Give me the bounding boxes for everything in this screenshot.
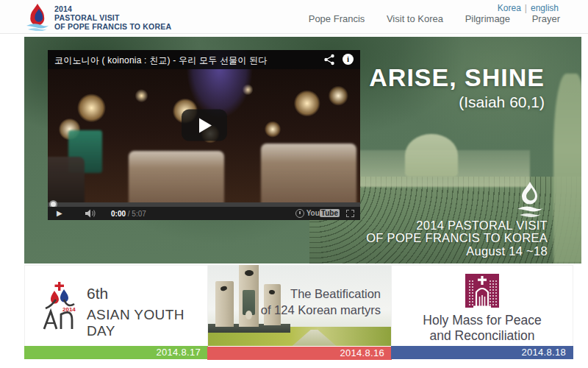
video-dark-object — [48, 157, 85, 202]
site-title-line3: OF POPE FRANCIS TO KOREA — [54, 22, 171, 31]
monument-pillar-center — [239, 265, 259, 327]
holy-mass-church-icon — [465, 274, 499, 308]
site-title-year: 2014 — [54, 4, 171, 13]
hero-statue-image — [553, 74, 581, 263]
page: 2014 PASTORAL VISIT OF POPE FRANCIS TO K… — [0, 0, 588, 368]
fullscreen-icon[interactable] — [346, 210, 354, 217]
panel1-line1: 6th — [87, 285, 207, 302]
video-play-overlay-button[interactable] — [182, 109, 227, 141]
lang-separator: | — [525, 3, 527, 13]
hero-banner: 코이노니아 ( koinonia : 친교) - 우리 모두 선물이 된다 i … — [24, 37, 581, 263]
panel2-line1: The Beatification — [261, 286, 381, 302]
youtube-player: 코이노니아 ( koinonia : 친교) - 우리 모두 선물이 된다 i … — [48, 50, 360, 220]
youtube-logo-you: You — [306, 209, 320, 217]
panel-holy-mass[interactable]: Holy Mass for Peace and Reconciliation 2… — [391, 265, 573, 359]
video-time-display: 0:00 / 5:07 — [111, 210, 146, 218]
share-icon[interactable] — [323, 54, 335, 66]
hero-subheadline-text: (Isaiah 60,1) — [369, 93, 545, 111]
panel2-date-bar[interactable]: 2014.8.16 — [207, 347, 392, 360]
site-header: 2014 PASTORAL VISIT OF POPE FRANCIS TO K… — [0, 0, 588, 34]
panel-title: Holy Mass for Peace and Reconciliation — [392, 313, 573, 344]
video-duration: 5:07 — [132, 210, 146, 218]
site-title[interactable]: 2014 PASTORAL VISIT OF POPE FRANCIS TO K… — [54, 4, 171, 31]
site-title-line2: PASTORAL VISIT — [54, 13, 171, 22]
svg-text:2014: 2014 — [62, 306, 76, 313]
video-current-time: 0:00 — [111, 210, 126, 218]
lang-korea-link[interactable]: Korea — [498, 3, 521, 13]
panel-beatification[interactable]: The Beatification of 124 Korean martyrs … — [208, 265, 391, 359]
panel3-line2: and Reconciliation — [392, 328, 573, 344]
language-switcher: Korea|english — [498, 3, 559, 13]
nav-pope-francis[interactable]: Pope Francis — [309, 13, 365, 24]
panel-asian-youth-day[interactable]: 2014 6th ASIAN YOUTH DAY 2014.8.17 — [24, 265, 208, 359]
hero-caption-line2: OF POPE FRANCIS TO KOREA — [366, 232, 548, 245]
hero-headline: ARISE, SHINE (Isaiah 60,1) — [369, 63, 545, 111]
panel1-line2: ASIAN YOUTH DAY — [87, 307, 207, 339]
panel-title: 6th ASIAN YOUTH DAY — [87, 285, 207, 339]
panel3-date-bar[interactable]: 2014.8.18 — [391, 346, 573, 359]
hero-caption: 2014 PASTORAL VISIT OF POPE FRANCIS TO K… — [366, 219, 548, 258]
video-title-link[interactable]: 코이노니아 ( koinonia : 친교) - 우리 모두 선물이 된다 — [54, 54, 267, 67]
panel1-date-bar[interactable]: 2014.8.17 — [24, 346, 208, 359]
watch-later-icon[interactable] — [295, 209, 304, 218]
nav-pilgrimage[interactable]: Pilgrimage — [465, 13, 510, 24]
panel2-line2: of 124 Korean martyrs — [261, 302, 381, 318]
panel-title: The Beatification of 124 Korean martyrs — [261, 286, 381, 318]
nav-prayer[interactable]: Prayer — [532, 13, 560, 24]
video-control-bar: ▶ 0:00 / 5:07 YouTube — [48, 207, 360, 220]
site-logo-flame-icon[interactable] — [25, 3, 50, 31]
info-icon[interactable]: i — [343, 54, 354, 65]
speaker-icon[interactable] — [85, 209, 96, 218]
youtube-logo[interactable]: YouTube — [306, 209, 340, 217]
video-title-bar: 코이노니아 ( koinonia : 친교) - 우리 모두 선물이 된다 i — [48, 50, 360, 69]
hero-dome-image — [405, 134, 458, 177]
panel3-line1: Holy Mass for Peace — [392, 313, 573, 328]
event-panels: 2014 6th ASIAN YOUTH DAY 2014.8.17 The B… — [24, 265, 573, 359]
lang-english-link[interactable]: english — [531, 3, 559, 13]
main-nav: Pope Francis Visit to Korea Pilgrimage P… — [290, 13, 560, 24]
youtube-logo-tube: Tube — [320, 209, 340, 217]
hero-flame-emblem-icon — [515, 181, 545, 219]
hero-caption-line1: 2014 PASTORAL VISIT — [366, 219, 548, 233]
nav-visit-to-korea[interactable]: Visit to Korea — [387, 13, 443, 24]
monument-pillar-left — [215, 281, 234, 327]
video-glass-candle — [129, 151, 224, 202]
hero-headline-text: ARISE, SHINE — [369, 63, 545, 92]
video-glass-candle — [261, 144, 356, 202]
asian-youth-day-logo: 2014 — [40, 280, 81, 332]
hero-caption-line3: August 14 ~18 — [366, 245, 548, 258]
play-icon[interactable]: ▶ — [57, 209, 62, 217]
martyrs-monument-image: The Beatification of 124 Korean martyrs — [208, 265, 391, 346]
